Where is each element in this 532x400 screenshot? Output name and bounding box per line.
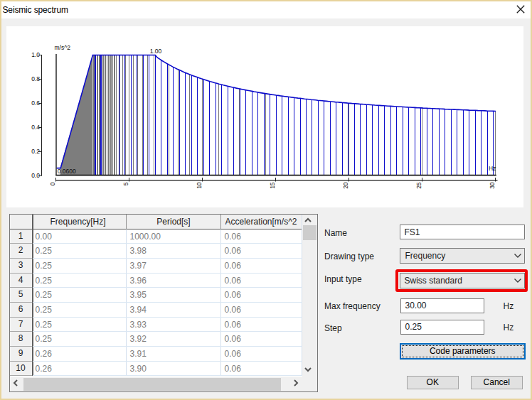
svg-text:0.0: 0.0 (31, 172, 40, 179)
svg-text:0.6: 0.6 (31, 99, 40, 107)
svg-text:m/s^2: m/s^2 (55, 43, 71, 50)
svg-text:30: 30 (489, 182, 496, 189)
svg-text:20: 20 (342, 182, 349, 189)
svg-text:15: 15 (269, 182, 276, 189)
svg-text:0.0600: 0.0600 (58, 168, 76, 175)
svg-text:10: 10 (196, 182, 203, 189)
svg-text:25: 25 (415, 182, 422, 189)
svg-text:0.2: 0.2 (31, 148, 40, 155)
svg-text:1.0: 1.0 (31, 51, 40, 58)
svg-text:0.4: 0.4 (31, 124, 40, 131)
svg-text:5: 5 (122, 182, 129, 185)
svg-text:0: 0 (49, 182, 56, 185)
svg-text:0.8: 0.8 (31, 75, 40, 82)
svg-text:1.00: 1.00 (150, 47, 162, 54)
svg-text:Hz: Hz (489, 165, 496, 172)
